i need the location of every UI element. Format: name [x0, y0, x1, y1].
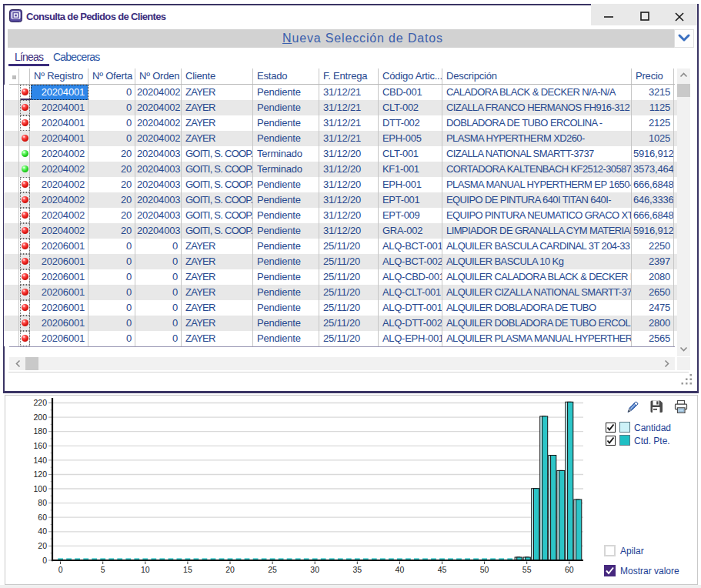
svg-text:45: 45: [438, 565, 447, 574]
svg-text:160: 160: [33, 441, 47, 450]
svg-text:220: 220: [33, 398, 47, 407]
svg-text:40: 40: [396, 565, 405, 574]
svg-text:0: 0: [42, 556, 47, 565]
svg-text:55: 55: [522, 565, 532, 574]
svg-text:0: 0: [58, 565, 63, 574]
svg-text:20: 20: [38, 541, 47, 550]
svg-text:40: 40: [38, 526, 47, 536]
svg-text:50: 50: [480, 565, 489, 574]
svg-text:30: 30: [310, 565, 319, 574]
svg-text:140: 140: [33, 456, 47, 465]
svg-text:20: 20: [225, 565, 235, 574]
svg-text:25: 25: [268, 565, 277, 574]
svg-text:60: 60: [565, 565, 574, 574]
svg-text:80: 80: [38, 498, 47, 507]
svg-text:120: 120: [33, 469, 47, 479]
svg-text:5: 5: [101, 565, 105, 574]
svg-text:35: 35: [352, 565, 362, 574]
svg-text:10: 10: [141, 565, 150, 574]
svg-text:15: 15: [183, 565, 192, 574]
svg-text:200: 200: [33, 413, 47, 422]
svg-text:100: 100: [33, 484, 47, 493]
svg-text:180: 180: [33, 426, 47, 436]
svg-text:60: 60: [38, 513, 47, 522]
